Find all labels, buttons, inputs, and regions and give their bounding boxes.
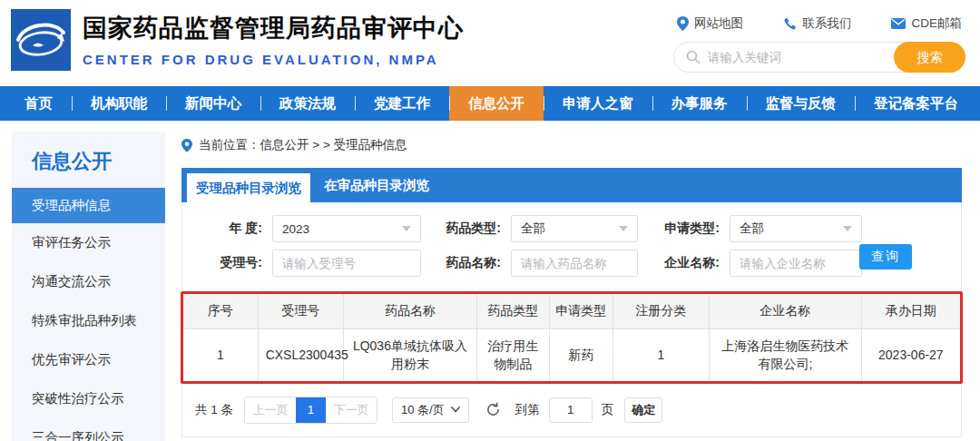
drug-type-select-value: 全部 [521, 220, 613, 237]
filter-row-2: 受理号: 药品名称: 企业名称: [195, 250, 948, 277]
nav-item-functions[interactable]: 机构职能 [72, 86, 166, 121]
total-count: 共 1 条 [195, 402, 233, 418]
cell-registration-class: 1 [612, 329, 709, 381]
chevron-down-icon [619, 226, 628, 231]
nav-item-registration-platform[interactable]: 登记备案平台 [855, 86, 977, 121]
col-header-index: 序号 [183, 294, 258, 329]
drug-name-input[interactable] [511, 250, 638, 277]
query-button[interactable]: 查询 [859, 244, 912, 270]
company-name-input[interactable] [730, 250, 862, 277]
next-page-button[interactable]: 下一页 [326, 397, 377, 423]
page-size-value: 10 条/页 [401, 402, 445, 418]
cell-drug-name: LQ036单域抗体吸入用粉末 [343, 329, 476, 381]
content-panel: 年 度: 2023 药品类型: 全部 申请类型: 全部 [181, 202, 962, 437]
current-page-button[interactable]: 1 [296, 397, 326, 423]
company-name-label: 企业名称: [652, 255, 720, 271]
cell-drug-type: 治疗用生物制品 [477, 329, 550, 381]
table-row: 1 CXSL2300435 LQ036单域抗体吸入用粉末 治疗用生物制品 新药 … [183, 329, 960, 381]
site-header: 国家药品监督管理局药品审评中心 CENTER FOR DRUG EVALUATI… [0, 0, 980, 86]
year-select[interactable]: 2023 [272, 215, 421, 242]
contact-link[interactable]: 联系我们 [783, 15, 851, 32]
apply-type-label: 申请类型: [652, 220, 720, 237]
goto-prefix: 到第 [515, 402, 540, 418]
nav-item-services[interactable]: 办事服务 [652, 86, 747, 121]
prev-page-button[interactable]: 上一页 [245, 397, 296, 423]
pager-group: 上一页 1 下一页 [244, 397, 377, 424]
nav-item-supervision[interactable]: 监督与反馈 [747, 86, 856, 121]
nav-item-applicant-window[interactable]: 申请人之窗 [544, 86, 652, 121]
sidebar-item-review-tasks[interactable]: 审评任务公示 [12, 223, 165, 262]
apply-type-select[interactable]: 全部 [730, 215, 862, 242]
cell-apply-type: 新药 [549, 329, 612, 381]
main-area: 信息公开 受理品种信息 审评任务公示 沟通交流公示 特殊审批品种列表 优先审评公… [0, 121, 980, 441]
table-header-row: 序号 受理号 药品名称 药品类型 申请类型 注册分类 企业名称 承办日期 [183, 294, 960, 329]
chevron-down-icon [451, 407, 460, 413]
tab-under-review-catalog[interactable]: 在审品种目录浏览 [310, 168, 443, 202]
goto-page-input[interactable] [549, 397, 593, 423]
refresh-button[interactable] [485, 402, 501, 417]
cell-handle-date: 2023-06-27 [861, 329, 960, 381]
nav-item-party[interactable]: 党建工作 [355, 86, 449, 121]
sidebar-item-breakthrough-therapy[interactable]: 突破性治疗公示 [12, 379, 165, 418]
content: 当前位置：信息公开 > > 受理品种信息 受理品种目录浏览 在审品种目录浏览 年… [181, 132, 962, 441]
acceptance-no-label: 受理号: [195, 255, 262, 271]
drug-type-select[interactable]: 全部 [511, 215, 638, 242]
results-table-highlight: 序号 受理号 药品名称 药品类型 申请类型 注册分类 企业名称 承办日期 [181, 291, 963, 384]
breadcrumb: 当前位置：信息公开 > > 受理品种信息 [181, 137, 962, 153]
nav-item-policy[interactable]: 政策法规 [260, 86, 355, 121]
col-header-registration-class: 注册分类 [612, 294, 709, 329]
search-input[interactable] [708, 51, 894, 64]
phone-icon [783, 17, 797, 31]
location-pin-icon [181, 139, 192, 152]
chevron-down-icon [843, 226, 852, 231]
page-size-select[interactable]: 10 条/页 [392, 397, 469, 423]
cde-logo [11, 9, 71, 71]
results-table: 序号 受理号 药品名称 药品类型 申请类型 注册分类 企业名称 承办日期 [183, 294, 960, 381]
sitemap-link[interactable]: 网站地图 [677, 15, 743, 32]
search-box: 搜索 [673, 42, 965, 73]
sidebar-item-communication[interactable]: 沟通交流公示 [12, 262, 165, 301]
sidebar-title: 信息公开 [12, 148, 165, 188]
sidebar-item-accepted-varieties[interactable]: 受理品种信息 [12, 188, 165, 223]
nav-item-info-disclosure[interactable]: 信息公开 [449, 86, 544, 121]
cde-mail-link[interactable]: CDE邮箱 [891, 15, 962, 32]
site-subtitle: CENTER FOR DRUG EVALUATION, NMPA [83, 52, 464, 67]
tab-accepted-catalog[interactable]: 受理品种目录浏览 [187, 173, 310, 202]
acceptance-no-input[interactable] [272, 250, 421, 277]
header-right: 网站地图 联系我们 CDE邮箱 搜索 [673, 9, 965, 86]
page: 国家药品监督管理局药品审评中心 CENTER FOR DRUG EVALUATI… [0, 0, 980, 441]
sidebar-item-special-approval[interactable]: 特殊审批品种列表 [12, 301, 165, 340]
sidebar-item-priority-review[interactable]: 优先审评公示 [12, 340, 165, 379]
site-title: 国家药品监督管理局药品审评中心 [83, 12, 464, 44]
drug-type-label: 药品类型: [434, 220, 501, 237]
sitemap-label: 网站地图 [694, 15, 743, 32]
filter-form: 年 度: 2023 药品类型: 全部 申请类型: 全部 [182, 213, 961, 288]
col-header-apply-type: 申请类型 [549, 294, 612, 329]
chevron-down-icon [402, 226, 411, 231]
goto-suffix: 页 [602, 402, 614, 418]
top-links: 网站地图 联系我们 CDE邮箱 [673, 15, 965, 32]
envelope-icon [891, 18, 906, 29]
brand-text: 国家药品监督管理局药品审评中心 CENTER FOR DRUG EVALUATI… [83, 9, 464, 86]
sidebar-item-three-in-one[interactable]: 三合一序列公示 [12, 418, 165, 441]
breadcrumb-text: 当前位置：信息公开 > > 受理品种信息 [199, 137, 407, 153]
contact-label: 联系我们 [802, 15, 851, 32]
confirm-button[interactable]: 确定 [624, 397, 662, 423]
pagination: 共 1 条 上一页 1 下一页 10 条/页 到第 页 [182, 384, 961, 424]
nav-item-news[interactable]: 新闻中心 [166, 86, 260, 121]
tabbar: 受理品种目录浏览 在审品种目录浏览 [181, 168, 962, 202]
cell-acceptance-no: CXSL2300435 [258, 329, 343, 381]
col-header-acceptance-no: 受理号 [258, 294, 343, 329]
sidebar: 信息公开 受理品种信息 审评任务公示 沟通交流公示 特殊审批品种列表 优先审评公… [12, 132, 165, 441]
col-header-drug-name: 药品名称 [343, 294, 476, 329]
cell-index: 1 [183, 329, 258, 381]
nav-item-home[interactable]: 首页 [5, 86, 72, 121]
location-pin-icon [677, 16, 689, 31]
cell-company-name: 上海洛启生物医药技术有限公司; [709, 329, 861, 381]
search-button[interactable]: 搜索 [894, 42, 965, 73]
apply-type-select-value: 全部 [740, 220, 838, 237]
brand: 国家药品监督管理局药品审评中心 CENTER FOR DRUG EVALUATI… [11, 9, 464, 86]
year-select-value: 2023 [282, 222, 397, 236]
filter-row-1: 年 度: 2023 药品类型: 全部 申请类型: 全部 [195, 215, 948, 242]
cde-mail-label: CDE邮箱 [911, 15, 962, 32]
